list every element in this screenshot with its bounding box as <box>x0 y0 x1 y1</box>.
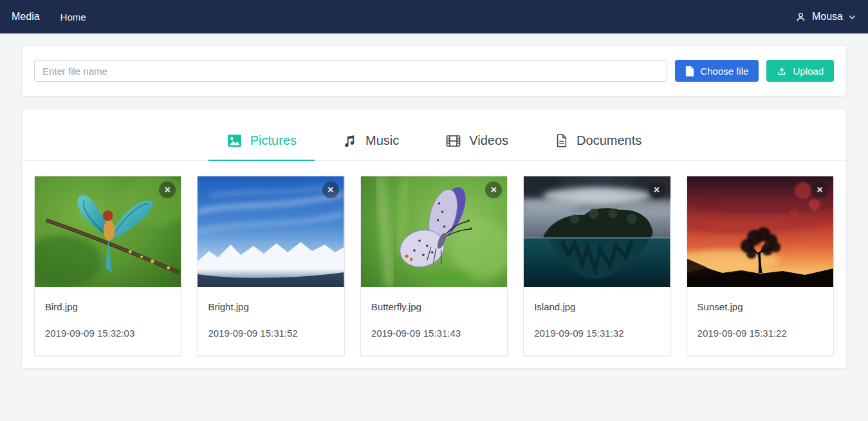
media-panel: Pictures Music Videos <box>21 109 847 369</box>
tab-videos-label: Videos <box>469 133 508 148</box>
navbar: Media Home Mousa <box>0 0 868 33</box>
file-date: 2019-09-09 15:32:03 <box>45 328 171 339</box>
user-menu[interactable]: Mousa <box>795 11 856 23</box>
file-name: Island.jpg <box>534 301 660 312</box>
file-card-body: Sunset.jpg 2019-09-09 15:31:22 <box>687 287 833 355</box>
file-date: 2019-09-09 15:31:52 <box>208 328 333 339</box>
file-date: 2019-09-09 15:31:22 <box>697 328 823 339</box>
close-icon[interactable]: ✕ <box>485 182 502 198</box>
file-card-body: Island.jpg 2019-09-09 15:31:32 <box>524 287 670 355</box>
file-date: 2019-09-09 15:31:32 <box>534 328 660 339</box>
media-tabs: Pictures Music Videos <box>22 109 846 161</box>
file-icon <box>685 66 694 77</box>
choose-file-button[interactable]: Choose file <box>675 60 759 82</box>
file-card-island: ✕ Island.jpg 2019-09-09 15:31:32 <box>523 176 670 356</box>
user-name: Mousa <box>812 11 843 23</box>
sunset-photo[interactable] <box>687 176 833 287</box>
tab-documents[interactable]: Documents <box>537 126 660 161</box>
page-content: Choose file Upload <box>0 33 868 369</box>
file-date: 2019-09-09 15:31:43 <box>371 328 497 339</box>
file-name: Bird.jpg <box>45 301 171 312</box>
nav-link-home[interactable]: Home <box>60 12 86 23</box>
image-icon <box>226 133 243 149</box>
pictures-grid: ✕ Bird.jpg 2019-09-09 15:32:03 <box>22 161 846 356</box>
upload-bar: Choose file Upload <box>21 45 847 97</box>
brand-link[interactable]: Media <box>12 11 40 23</box>
upload-label: Upload <box>793 66 824 77</box>
tab-music[interactable]: Music <box>325 126 417 161</box>
tab-pictures[interactable]: Pictures <box>208 126 315 161</box>
file-name: Bright.jpg <box>208 301 333 312</box>
file-name-input[interactable] <box>34 60 667 82</box>
film-icon <box>445 133 461 149</box>
file-card-butterfly: ✕ Butterfly.jpg 2019-09-09 15:31:43 <box>360 176 508 356</box>
music-icon <box>343 133 358 149</box>
close-icon[interactable]: ✕ <box>811 182 828 198</box>
tab-music-label: Music <box>365 133 399 148</box>
close-icon[interactable]: ✕ <box>649 182 665 198</box>
island-photo[interactable] <box>524 176 670 287</box>
file-card-sunset: ✕ Sunset.jpg 2019-09-09 15:31:22 <box>687 176 834 356</box>
file-card-bird: ✕ Bird.jpg 2019-09-09 15:32:03 <box>34 176 181 356</box>
upload-icon <box>777 66 787 76</box>
person-icon <box>795 11 807 23</box>
tab-documents-label: Documents <box>577 133 642 148</box>
upload-button[interactable]: Upload <box>766 60 834 82</box>
file-card-body: Butterfly.jpg 2019-09-09 15:31:43 <box>361 287 507 355</box>
file-card-bright: ✕ Bright.jpg 2019-09-09 15:31:52 <box>197 176 344 356</box>
close-icon[interactable]: ✕ <box>322 182 339 198</box>
document-icon <box>555 133 569 149</box>
bright-photo[interactable] <box>198 176 344 287</box>
file-name: Butterfly.jpg <box>371 301 497 312</box>
choose-file-label: Choose file <box>700 66 748 77</box>
tab-videos[interactable]: Videos <box>427 126 526 161</box>
file-name: Sunset.jpg <box>697 301 823 312</box>
file-card-body: Bird.jpg 2019-09-09 15:32:03 <box>35 287 181 355</box>
chevron-down-icon <box>848 13 856 21</box>
tab-pictures-label: Pictures <box>250 133 297 148</box>
file-card-body: Bright.jpg 2019-09-09 15:31:52 <box>198 287 344 355</box>
